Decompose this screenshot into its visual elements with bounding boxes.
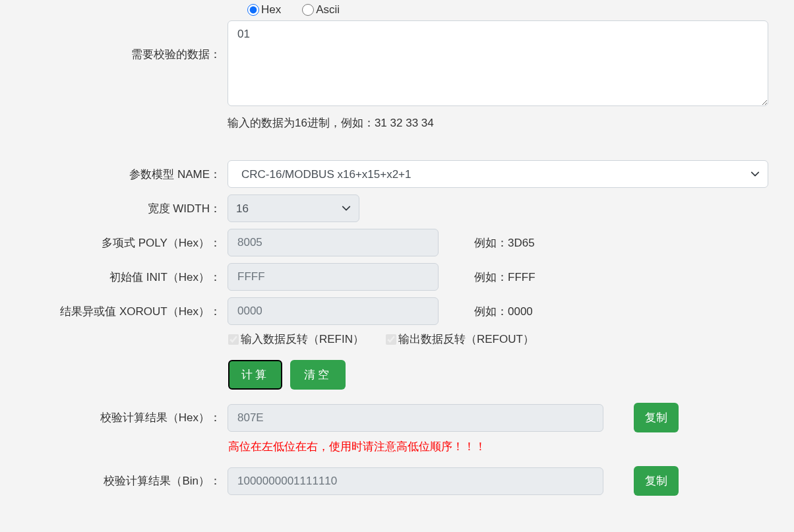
result-bin-input [228,467,603,495]
refin-checkbox [228,334,239,345]
calculate-button[interactable]: 计算 [228,360,282,390]
copy-bin-button[interactable]: 复制 [634,466,679,496]
copy-hex-button[interactable]: 复制 [634,403,679,432]
xorout-input [228,297,439,325]
clear-button[interactable]: 清空 [290,360,346,390]
result-hex-input [228,404,603,432]
radio-ascii[interactable] [302,4,314,16]
radio-hex[interactable] [247,4,259,16]
result-hex-label: 校验计算结果（Hex）： [10,410,228,425]
model-label: 参数模型 NAME： [10,167,228,182]
radio-hex-label[interactable]: Hex [261,3,281,16]
refout-checkbox [386,334,396,345]
poly-input [228,229,439,256]
init-example: 例如：FFFF [474,270,535,285]
result-bin-label: 校验计算结果（Bin）： [10,473,228,488]
init-input [228,263,439,291]
poly-example: 例如：3D65 [474,235,535,251]
input-data-label: 需要校验的数据： [10,20,228,62]
input-data-textarea[interactable]: 01 [228,20,768,106]
width-label: 宽度 WIDTH： [10,201,228,216]
width-select[interactable]: 16 [228,194,359,222]
refout-label: 输出数据反转（REFOUT） [398,332,534,347]
init-label: 初始值 INIT（Hex）： [10,270,228,285]
xorout-label: 结果异或值 XOROUT（Hex）： [10,304,228,319]
refin-label: 输入数据反转（REFIN） [241,332,364,347]
radio-ascii-label[interactable]: Ascii [316,3,340,16]
xorout-example: 例如：0000 [474,304,533,319]
poly-label: 多项式 POLY（Hex）： [10,235,228,251]
result-hex-warning: 高位在左低位在右，使用时请注意高低位顺序！！！ [228,439,784,454]
input-data-hint: 输入的数据为16进制，例如：31 32 33 34 [228,115,784,131]
model-select[interactable]: CRC-16/MODBUS x16+x15+x2+1 [228,160,768,188]
